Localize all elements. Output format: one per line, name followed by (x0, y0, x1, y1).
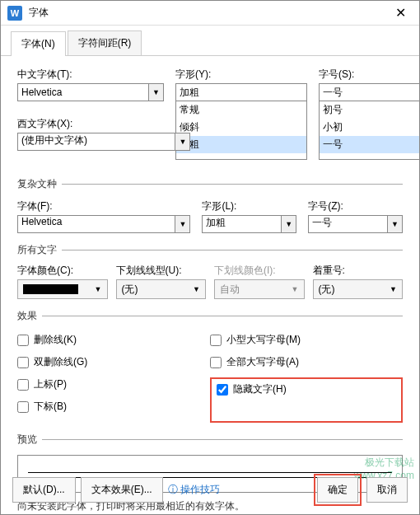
default-button[interactable]: 默认(D)... (12, 477, 76, 503)
latin-font-value[interactable]: (使用中文字体) (17, 133, 175, 151)
cancel-button[interactable]: 取消 (366, 477, 408, 503)
latin-font-label: 西文字体(X): (17, 117, 190, 131)
size-input[interactable] (319, 83, 420, 101)
complex-style-value[interactable]: 加粗 (202, 215, 282, 233)
tab-spacing[interactable]: 字符间距(R) (68, 30, 142, 55)
subscript-checkbox[interactable]: 下标(B) (17, 400, 210, 414)
text-effect-button[interactable]: 文本效果(E)... (81, 477, 163, 503)
complex-legend: 复杂文种 (17, 177, 62, 191)
complex-font-label: 字体(F): (17, 199, 190, 213)
font-color-label: 字体颜色(C): (17, 264, 108, 278)
effects-legend: 效果 (17, 309, 42, 323)
font-color-dropdown[interactable]: ▼ (17, 279, 108, 299)
ok-button[interactable]: 确定 (317, 477, 358, 503)
underline-style-dropdown[interactable]: (无)▼ (116, 279, 207, 299)
tip-link[interactable]: ⓘ 操作技巧 (168, 483, 220, 497)
latin-font-dropdown-button[interactable]: ▼ (175, 133, 190, 151)
underline-color-dropdown: 自动▼ (214, 279, 305, 299)
double-strike-checkbox[interactable]: 双删除线(G) (17, 355, 210, 369)
size-label: 字号(S): (319, 68, 420, 82)
window-title: 字体 (29, 6, 388, 20)
underline-style-label: 下划线线型(U): (116, 264, 207, 278)
complex-size-label: 字号(Z): (308, 199, 403, 213)
tab-font[interactable]: 字体(N) (11, 31, 66, 56)
style-label: 字形(Y): (175, 68, 307, 82)
list-item[interactable]: 初号 (320, 101, 420, 119)
cjk-font-label: 中文字体(T): (17, 68, 164, 82)
alltext-legend: 所有文字 (17, 243, 62, 257)
emphasis-dropdown[interactable]: (无)▼ (313, 279, 404, 299)
underline-color-label: 下划线颜色(I): (214, 264, 305, 278)
preview-legend: 预览 (17, 433, 42, 447)
dropdown-button[interactable]: ▼ (175, 215, 190, 233)
ok-highlight: 确定 (314, 474, 362, 506)
emphasis-label: 着重号: (313, 264, 404, 278)
cjk-font-input[interactable] (17, 83, 149, 101)
cjk-font-dropdown-button[interactable]: ▼ (149, 83, 164, 101)
dropdown-button[interactable]: ▼ (282, 215, 296, 233)
smallcaps-checkbox[interactable]: 小型大写字母(M) (210, 333, 403, 347)
close-icon[interactable]: ✕ (388, 1, 413, 26)
hidden-highlight: 隐藏文字(H) (210, 377, 403, 423)
list-item[interactable]: 常规 (176, 101, 306, 119)
strike-checkbox[interactable]: 删除线(K) (17, 333, 210, 347)
superscript-checkbox[interactable]: 上标(P) (17, 377, 210, 391)
complex-size-value[interactable]: 一号 (308, 215, 388, 233)
dropdown-button[interactable]: ▼ (388, 215, 403, 233)
style-input[interactable] (175, 83, 307, 101)
app-icon: W (7, 6, 22, 21)
hidden-checkbox[interactable]: 隐藏文字(H) (217, 382, 396, 396)
allcaps-checkbox[interactable]: 全部大写字母(A) (210, 355, 403, 369)
complex-style-label: 字形(L): (202, 199, 296, 213)
complex-font-value[interactable]: Helvetica (17, 215, 175, 233)
